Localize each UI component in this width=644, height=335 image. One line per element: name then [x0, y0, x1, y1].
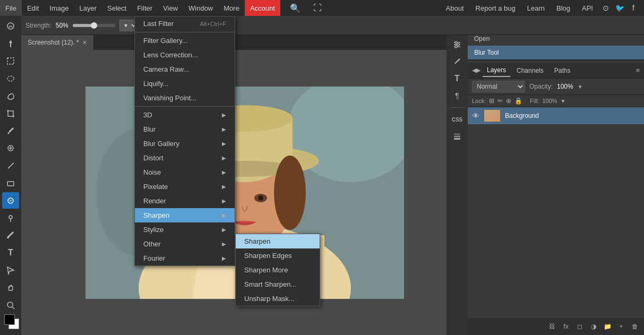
tool-blur[interactable]: [2, 192, 19, 209]
group-layer-icon[interactable]: 📁: [602, 321, 613, 332]
lock-all-icon[interactable]: 🔒: [514, 97, 522, 105]
svg-point-15: [7, 302, 13, 307]
layer-background[interactable]: 👁 Background: [468, 107, 644, 124]
panel-icon-adjustments[interactable]: [449, 37, 466, 52]
filter-render[interactable]: Render: [135, 194, 235, 208]
tool-heal[interactable]: [2, 140, 19, 157]
svg-marker-14: [7, 267, 14, 274]
menu-filter[interactable]: Filter: [132, 0, 158, 16]
layers-panel-menu[interactable]: ≡: [636, 66, 640, 74]
filter-last-filter[interactable]: Last Filter Alt+Ctrl+F: [135, 16, 235, 31]
blog-link[interactable]: Blog: [551, 4, 576, 12]
tab-channels[interactable]: Channels: [512, 65, 548, 76]
about-link[interactable]: About: [441, 4, 469, 12]
menu-image[interactable]: Image: [44, 0, 74, 16]
lock-brush-icon[interactable]: ✏: [497, 97, 503, 105]
tool-eraser[interactable]: [2, 175, 19, 191]
foreground-color[interactable]: [4, 314, 15, 325]
tool-crop[interactable]: [2, 105, 19, 122]
sharpen-sharpen[interactable]: Sharpen: [236, 234, 320, 248]
reddit-icon[interactable]: ⊙: [599, 2, 612, 14]
filter-lens-correction[interactable]: Lens Correction...: [135, 48, 235, 62]
tool-lasso[interactable]: [2, 88, 19, 104]
sharpen-smart[interactable]: Smart Sharpen...: [236, 277, 320, 291]
tab-paths[interactable]: Paths: [550, 65, 575, 76]
filter-blur[interactable]: Blur: [135, 122, 235, 136]
filter-distort[interactable]: Distort: [135, 151, 235, 165]
menu-account[interactable]: Account: [245, 0, 280, 16]
tool-eyedropper[interactable]: [2, 123, 19, 139]
filter-liquify[interactable]: Liquify...: [135, 76, 235, 91]
filter-camera-raw[interactable]: Camera Raw...: [135, 62, 235, 76]
menu-more[interactable]: More: [218, 0, 245, 16]
panel-icon-text[interactable]: T: [449, 71, 466, 86]
tool-hand[interactable]: [2, 279, 19, 296]
new-layer-icon[interactable]: +: [615, 321, 627, 332]
menu-window[interactable]: Window: [183, 0, 218, 16]
filter-fourier[interactable]: Fourier: [135, 251, 235, 265]
menu-file[interactable]: File: [0, 0, 22, 16]
panel-icon-paragraph[interactable]: ¶: [449, 88, 466, 103]
panel-icon-brush[interactable]: [449, 54, 466, 69]
layer-styles-icon[interactable]: fx: [560, 321, 572, 332]
search-icon[interactable]: 🔍: [285, 3, 306, 13]
lock-pixels-icon[interactable]: ⊞: [489, 97, 494, 105]
sharpen-unsharp-mask[interactable]: Unsharp Mask...: [236, 291, 320, 306]
svg-point-10: [10, 200, 12, 202]
fullscreen-icon[interactable]: ⛶: [308, 3, 327, 13]
menu-edit[interactable]: Edit: [22, 0, 44, 16]
panel-icon-css[interactable]: CSS: [449, 112, 466, 127]
layers-panel-collapse-icon[interactable]: ◀▶: [472, 67, 480, 74]
tool-smudge[interactable]: [2, 18, 19, 35]
filter-stylize[interactable]: Stylize: [135, 222, 235, 237]
tool-marquee-rect[interactable]: [2, 53, 19, 70]
filter-other[interactable]: Other: [135, 237, 235, 251]
opacity-dropdown-icon[interactable]: ▼: [578, 84, 583, 90]
filter-sharpen[interactable]: Sharpen: [135, 208, 235, 222]
filter-gallery[interactable]: Filter Gallery...: [135, 33, 235, 48]
menu-select[interactable]: Select: [102, 0, 132, 16]
tool-path-select[interactable]: [2, 262, 19, 279]
adjustment-layer-icon[interactable]: ◑: [588, 321, 599, 332]
tool-zoom[interactable]: [2, 297, 19, 313]
layer-mask-icon[interactable]: ◻: [574, 321, 586, 332]
svg-point-13: [7, 237, 9, 239]
color-swatches[interactable]: [2, 314, 19, 331]
filter-3d[interactable]: 3D: [135, 108, 235, 122]
layer-visibility-icon[interactable]: 👁: [472, 111, 479, 120]
blend-mode-select[interactable]: Normal: [472, 81, 525, 92]
delete-layer-icon[interactable]: 🗑: [629, 321, 641, 332]
twitter-icon[interactable]: 🐦: [613, 2, 626, 14]
filter-blur-gallery[interactable]: Blur Gallery: [135, 136, 235, 151]
options-bar: Strength: 50% ▾: [21, 16, 644, 35]
tool-pen[interactable]: [2, 227, 19, 244]
api-link[interactable]: API: [577, 4, 598, 12]
sharpen-more[interactable]: Sharpen More: [236, 263, 320, 277]
filter-vanishing-point[interactable]: Vanishing Point...: [135, 91, 235, 105]
report-bug-link[interactable]: Report a bug: [470, 4, 521, 12]
tab-screenshot[interactable]: Screenshot (12). * ✕: [21, 35, 94, 50]
tool-move[interactable]: [2, 36, 19, 52]
lock-position-icon[interactable]: ⊕: [506, 97, 511, 105]
strength-slider-handle[interactable]: [91, 22, 97, 29]
fill-dropdown-icon[interactable]: ▼: [561, 98, 566, 104]
tool-brush[interactable]: [2, 158, 19, 174]
menu-layer[interactable]: Layer: [74, 0, 102, 16]
learn-link[interactable]: Learn: [522, 4, 550, 12]
history-item-blur[interactable]: Blur Tool: [468, 46, 644, 59]
sharpen-edges[interactable]: Sharpen Edges: [236, 248, 320, 263]
svg-marker-1: [9, 40, 12, 47]
panel-icon-layers-mini[interactable]: [449, 129, 466, 144]
filter-noise[interactable]: Noise: [135, 165, 235, 179]
tool-dodge[interactable]: [2, 210, 19, 226]
svg-point-40: [455, 46, 457, 48]
facebook-icon[interactable]: f: [627, 2, 640, 14]
filter-pixelate[interactable]: Pixelate: [135, 179, 235, 194]
tool-text[interactable]: T: [2, 245, 19, 261]
menu-view[interactable]: View: [158, 0, 183, 16]
tab-close-button[interactable]: ✕: [82, 39, 87, 46]
tab-layers[interactable]: Layers: [483, 64, 510, 77]
tool-marquee-ellipse[interactable]: [2, 70, 19, 87]
link-layers-icon[interactable]: ⛓: [546, 321, 558, 332]
svg-point-11: [9, 216, 12, 219]
